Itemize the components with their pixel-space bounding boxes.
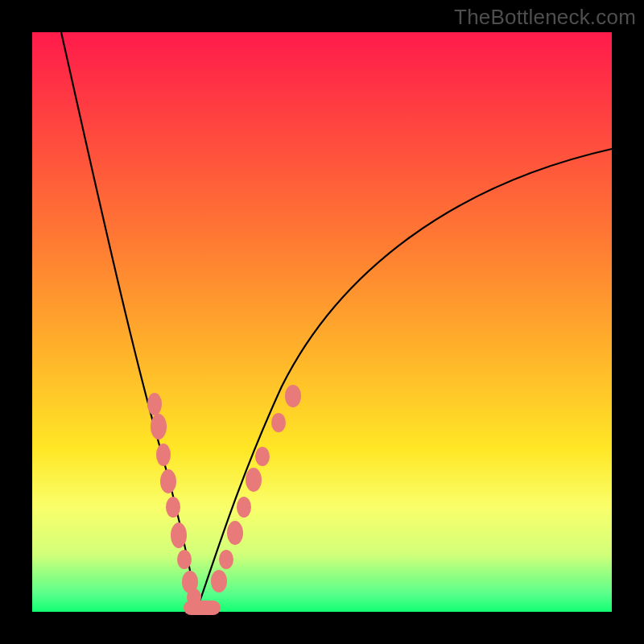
bead-left (177, 550, 192, 569)
bead-right (237, 497, 251, 518)
bead-left (160, 469, 176, 493)
bead-left (171, 522, 187, 548)
curve-right-branch (197, 149, 612, 609)
bead-right (271, 413, 286, 432)
bead-right (219, 550, 233, 569)
bead-left (147, 393, 162, 415)
bead-right (211, 570, 227, 592)
bottleneck-curve (32, 32, 612, 612)
bead-right (285, 385, 301, 407)
outer-frame: TheBottleneck.com (0, 0, 644, 644)
bead-left (156, 444, 171, 466)
bead-right (255, 447, 270, 466)
bead-left (166, 497, 180, 518)
curve-left-branch (61, 32, 197, 609)
bead-left (187, 588, 201, 606)
plot-area (32, 32, 612, 612)
bead-right (227, 521, 243, 545)
watermark-text: TheBottleneck.com (454, 5, 636, 30)
bead-left (151, 414, 167, 440)
bead-right (246, 468, 262, 492)
